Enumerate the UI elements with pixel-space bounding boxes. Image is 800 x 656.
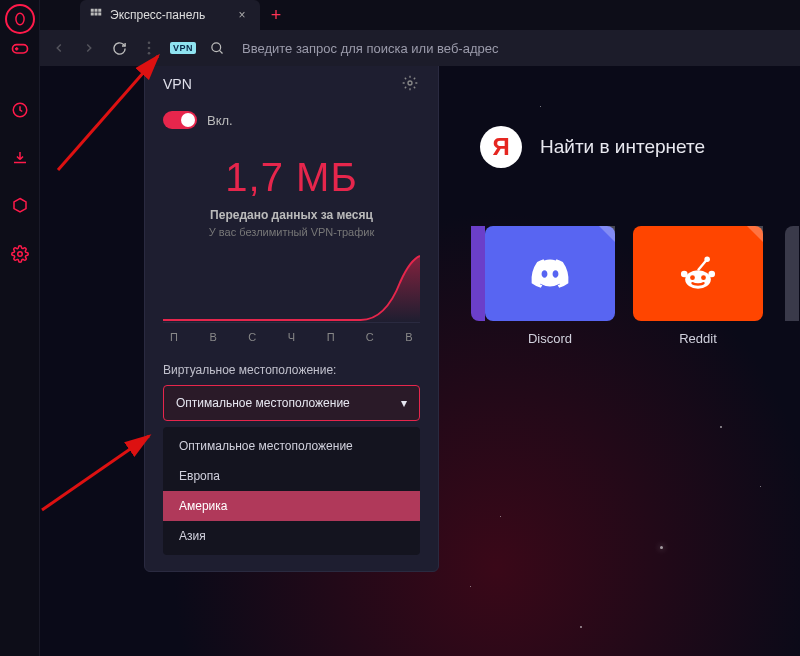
forward-button[interactable]	[80, 39, 98, 57]
vpn-toggle[interactable]	[163, 111, 197, 129]
downloads-icon[interactable]	[10, 148, 30, 168]
settings-icon[interactable]	[10, 244, 30, 264]
tab-bar: Экспресс-панель × +	[40, 0, 800, 30]
vpn-panel: VPN Вкл. 1,7 МБ Передано данных за месяц…	[144, 66, 439, 572]
address-bar: VPN Введите запрос для поиска или веб-ад…	[40, 30, 800, 66]
vpn-location-select[interactable]: Оптимальное местоположение ▾	[163, 385, 420, 421]
svg-point-13	[148, 47, 151, 50]
reload-button[interactable]	[110, 39, 128, 57]
svg-point-25	[408, 81, 412, 85]
svg-point-15	[211, 42, 220, 51]
back-button[interactable]	[50, 39, 68, 57]
svg-line-24	[698, 259, 707, 270]
day-label: В	[402, 331, 416, 343]
svg-point-5	[17, 252, 22, 257]
dial-label: Discord	[528, 331, 572, 346]
svg-point-21	[681, 270, 688, 277]
gear-icon	[402, 75, 418, 91]
svg-point-19	[690, 275, 695, 280]
svg-point-22	[708, 270, 715, 277]
extensions-icon[interactable]	[10, 196, 30, 216]
reddit-icon	[676, 252, 720, 296]
vpn-usage-amount: 1,7 МБ	[163, 155, 420, 200]
tile-reddit[interactable]	[633, 226, 763, 321]
svg-rect-10	[95, 12, 98, 15]
yandex-logo-icon: Я	[480, 126, 522, 168]
tile-discord[interactable]	[485, 226, 615, 321]
day-label: С	[245, 331, 259, 343]
vpn-usage-caption: Передано данных за месяц	[163, 208, 420, 222]
day-label: Ч	[284, 331, 298, 343]
speed-dial-row: Discord Reddit	[485, 226, 763, 346]
svg-rect-7	[95, 8, 98, 11]
vpn-usage-chart	[163, 252, 420, 322]
day-label: В	[206, 331, 220, 343]
gx-gamepad-icon[interactable]	[10, 38, 30, 58]
tab-grid-icon	[90, 8, 102, 23]
vpn-location-label: Виртуальное местоположение:	[163, 363, 420, 377]
left-sidebar	[0, 0, 40, 656]
dial-discord[interactable]: Discord	[485, 226, 615, 346]
vpn-location-option[interactable]: Оптимальное местоположение	[163, 431, 420, 461]
day-label: П	[167, 331, 181, 343]
menu-dots-icon[interactable]	[140, 39, 158, 57]
address-input[interactable]: Введите запрос для поиска или веб-адрес	[242, 41, 498, 56]
day-label: П	[324, 331, 338, 343]
vpn-usage-unlimited: У вас безлимитный VPN-трафик	[163, 226, 420, 238]
svg-rect-9	[91, 12, 94, 15]
vpn-chart-days: П В С Ч П С В	[163, 322, 420, 343]
chevron-down-icon: ▾	[401, 396, 407, 410]
search-icon	[208, 39, 226, 57]
svg-point-12	[148, 41, 151, 44]
svg-rect-6	[91, 8, 94, 11]
speed-dial-content: Я Найти в интернете Discord Reddit VPN	[40, 66, 800, 656]
tile-twitch-sliver[interactable]	[471, 226, 485, 321]
svg-point-0	[15, 13, 23, 25]
svg-rect-8	[98, 8, 101, 11]
history-icon[interactable]	[10, 100, 30, 120]
vpn-settings-button[interactable]	[402, 75, 420, 93]
vpn-panel-title: VPN	[163, 76, 192, 92]
tab-speed-dial[interactable]: Экспресс-панель ×	[80, 0, 260, 30]
opera-logo-icon[interactable]	[5, 4, 35, 34]
discord-icon	[528, 252, 572, 296]
search-hero-text: Найти в интернете	[540, 136, 705, 158]
tab-title: Экспресс-панель	[110, 8, 205, 22]
tile-next-sliver[interactable]	[785, 226, 799, 321]
vpn-location-option[interactable]: Америка	[163, 491, 420, 521]
vpn-location-selected: Оптимальное местоположение	[176, 396, 350, 410]
vpn-location-option[interactable]: Азия	[163, 521, 420, 551]
svg-point-18	[685, 270, 711, 288]
svg-point-20	[701, 275, 706, 280]
dial-reddit[interactable]: Reddit	[633, 226, 763, 346]
dial-label: Reddit	[679, 331, 717, 346]
day-label: С	[363, 331, 377, 343]
tab-close-button[interactable]: ×	[234, 7, 250, 23]
svg-rect-11	[98, 12, 101, 15]
vpn-badge[interactable]: VPN	[170, 42, 196, 54]
vpn-location-option[interactable]: Европа	[163, 461, 420, 491]
svg-line-16	[219, 50, 222, 53]
svg-point-14	[148, 52, 151, 55]
vpn-toggle-label: Вкл.	[207, 113, 233, 128]
svg-rect-1	[12, 45, 27, 53]
search-hero[interactable]: Я Найти в интернете	[480, 126, 705, 168]
vpn-location-dropdown: Оптимальное местоположение Европа Америк…	[163, 427, 420, 555]
new-tab-button[interactable]: +	[264, 3, 288, 27]
opera-o-icon	[13, 12, 27, 26]
